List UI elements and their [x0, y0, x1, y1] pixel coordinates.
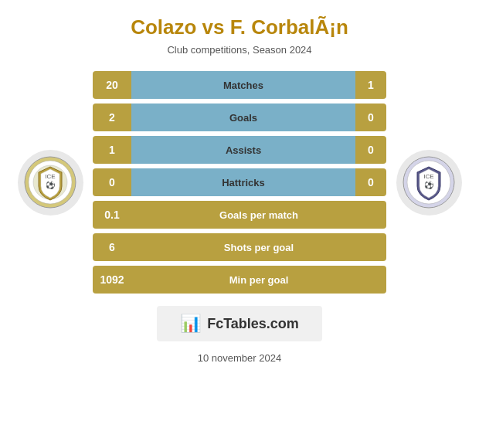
- stat-label: Min per goal: [131, 266, 386, 294]
- stat-left-value: 0.1: [93, 201, 131, 229]
- stat-label: Matches: [131, 71, 355, 99]
- brand-box: 📊 FcTables.com: [157, 306, 322, 341]
- logo-left: ⚽ ICE: [15, 150, 85, 216]
- stat-row: 6Shots per goal: [93, 233, 386, 261]
- stat-left-value: 1: [93, 136, 131, 164]
- svg-text:⚽: ⚽: [46, 180, 56, 190]
- brand-text: FcTables.com: [207, 316, 299, 332]
- page-title: Colazo vs F. CorbalÃ¡n: [131, 15, 348, 39]
- stat-row: 2Goals0: [93, 104, 386, 131]
- stat-row: 0Hattricks0: [93, 168, 386, 196]
- footer-date: 10 november 2024: [198, 352, 281, 364]
- stat-left-value: 6: [93, 233, 131, 261]
- stat-row: 20Matches1: [93, 71, 386, 99]
- stat-label: Assists: [131, 136, 355, 164]
- svg-text:ICE: ICE: [423, 173, 433, 180]
- stats-column: 20Matches12Goals01Assists00Hattricks00.1…: [93, 71, 386, 294]
- stat-row: 1Assists0: [93, 136, 386, 164]
- stat-right-value: 0: [355, 104, 386, 131]
- stat-left-value: 2: [93, 104, 131, 131]
- stat-right-value: 1: [355, 71, 386, 99]
- team-logo-left: ⚽ ICE: [18, 150, 83, 216]
- stat-left-value: 0: [93, 168, 131, 196]
- stat-label: Goals: [131, 104, 355, 131]
- stat-label: Goals per match: [131, 201, 386, 229]
- stat-row: 0.1Goals per match: [93, 201, 386, 229]
- stat-right-value: 0: [355, 136, 386, 164]
- logo-right: ⚽ ICE: [394, 150, 464, 216]
- brand-icon: 📊: [180, 314, 201, 334]
- svg-text:ICE: ICE: [45, 173, 55, 180]
- stat-label: Hattricks: [131, 168, 355, 196]
- stat-left-value: 20: [93, 71, 131, 99]
- page-subtitle: Club competitions, Season 2024: [167, 44, 311, 56]
- stat-right-value: 0: [355, 168, 386, 196]
- svg-text:⚽: ⚽: [424, 180, 434, 190]
- stat-row: 1092Min per goal: [93, 266, 386, 294]
- stat-label: Shots per goal: [131, 233, 386, 261]
- main-content: ⚽ ICE 20Matches12Goals01Assists00Hattric…: [15, 71, 464, 294]
- team-logo-right: ⚽ ICE: [396, 150, 462, 216]
- stat-left-value: 1092: [93, 266, 131, 294]
